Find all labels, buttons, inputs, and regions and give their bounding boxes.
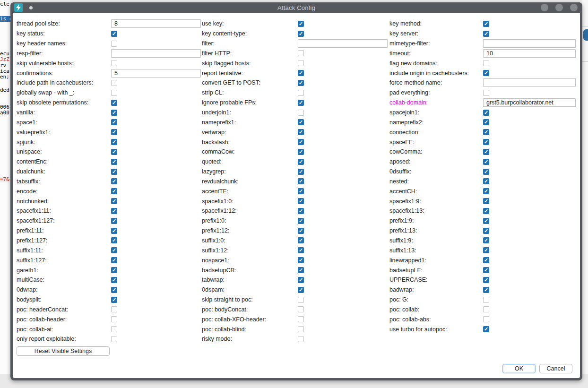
- checkbox-suffix1-12[interactable]: ✓: [298, 247, 304, 253]
- checkbox-prefix1-13[interactable]: ✓: [483, 228, 489, 234]
- checkbox-connection[interactable]: ✓: [483, 129, 489, 135]
- checkbox-badsetuplf[interactable]: ✓: [483, 267, 489, 273]
- checkbox-strip-cl[interactable]: [298, 90, 304, 96]
- checkbox-poc-collab-blind[interactable]: [298, 326, 304, 332]
- checkbox-skip-straight-to-poc[interactable]: [298, 297, 304, 303]
- checkbox-spacefix1-9[interactable]: ✓: [483, 198, 489, 204]
- checkbox-linewrapped1[interactable]: ✓: [483, 257, 489, 263]
- checkbox-contentenc[interactable]: ✓: [111, 159, 117, 165]
- checkbox-prefix1-127[interactable]: ✓: [111, 237, 117, 243]
- checkbox-poc-collab-abs[interactable]: [483, 316, 489, 322]
- minimize-button[interactable]: [541, 4, 548, 11]
- checkbox-tabsuffix[interactable]: ✓: [111, 178, 117, 184]
- checkbox-badsetupcr[interactable]: ✓: [298, 267, 304, 273]
- checkbox-cowcomma[interactable]: ✓: [483, 149, 489, 155]
- checkbox-key-header-names[interactable]: [111, 41, 117, 47]
- checkbox-poc-bodyconcat[interactable]: [298, 306, 304, 312]
- checkbox-uppercase[interactable]: ✓: [483, 277, 489, 283]
- checkbox-use-key[interactable]: ✓: [298, 21, 304, 27]
- checkbox-key-status[interactable]: ✓: [111, 31, 117, 37]
- text-field-filter[interactable]: [298, 39, 388, 48]
- checkbox-spacefix1-127[interactable]: ✓: [111, 218, 117, 224]
- checkbox-valueprefix1[interactable]: ✓: [111, 129, 117, 135]
- ok-button[interactable]: OK: [502, 364, 536, 373]
- checkbox-suffix1-0[interactable]: ✓: [298, 237, 304, 243]
- checkbox-poc-headerconcat[interactable]: [111, 306, 117, 312]
- text-field-force-method-name[interactable]: [483, 78, 576, 87]
- checkbox-filter-http[interactable]: [298, 50, 304, 56]
- checkbox-skip-flagged-hosts[interactable]: [298, 60, 304, 66]
- text-field-confirmations[interactable]: [111, 69, 201, 78]
- checkbox-poc-collab[interactable]: [483, 306, 489, 312]
- checkbox-poc-collab-header[interactable]: [111, 316, 117, 322]
- checkbox-commacow[interactable]: ✓: [298, 149, 304, 155]
- checkbox-unispace[interactable]: ✓: [111, 149, 117, 155]
- checkbox-ignore-probable-fps[interactable]: ✓: [298, 100, 304, 106]
- checkbox-spacefix1-11[interactable]: ✓: [111, 208, 117, 214]
- checkbox-backslash[interactable]: ✓: [298, 139, 304, 145]
- checkbox-suffix1-127[interactable]: ✓: [111, 257, 117, 263]
- checkbox-nested[interactable]: ✓: [483, 178, 489, 184]
- checkbox-prefix1-11[interactable]: ✓: [111, 228, 117, 234]
- checkbox-underjoin1[interactable]: [298, 110, 304, 116]
- checkbox-pad-everything[interactable]: [483, 90, 489, 96]
- checkbox-notchunked[interactable]: ✓: [111, 198, 117, 204]
- checkbox-revdualchunk[interactable]: ✓: [298, 178, 304, 184]
- checkbox-spjunk[interactable]: ✓: [111, 139, 117, 145]
- checkbox-skip-vulnerable-hosts[interactable]: [111, 60, 117, 66]
- checkbox-convert-get-to-post[interactable]: ✓: [298, 80, 304, 86]
- checkbox-tabwrap[interactable]: ✓: [298, 277, 304, 283]
- checkbox-accentte[interactable]: ✓: [298, 188, 304, 194]
- checkbox-key-server[interactable]: ✓: [483, 31, 489, 37]
- checkbox-encode[interactable]: ✓: [111, 188, 117, 194]
- checkbox-spacefix1-12[interactable]: ✓: [298, 208, 304, 214]
- checkbox-gareth1[interactable]: ✓: [111, 267, 117, 273]
- checkbox-poc-g[interactable]: [483, 297, 489, 303]
- checkbox-nameprefix1[interactable]: ✓: [298, 119, 304, 125]
- cancel-button[interactable]: Cancel: [539, 364, 572, 373]
- checkbox-suffix1-13[interactable]: ✓: [483, 247, 489, 253]
- checkbox-spaceff[interactable]: ✓: [483, 139, 489, 145]
- checkbox-suffix1-11[interactable]: ✓: [111, 247, 117, 253]
- checkbox-spacefix1-0[interactable]: ✓: [298, 198, 304, 204]
- checkbox-include-path-in-cachebusters[interactable]: [111, 80, 117, 86]
- checkbox-badwrap[interactable]: ✓: [483, 287, 489, 293]
- checkbox-space1[interactable]: ✓: [111, 119, 117, 125]
- checkbox-use-turbo-for-autopoc[interactable]: ✓: [483, 326, 489, 332]
- checkbox-multicase[interactable]: ✓: [111, 277, 117, 283]
- checkbox-nameprefix2[interactable]: ✓: [483, 119, 489, 125]
- reset-visible-settings-button[interactable]: Reset Visible Settings: [17, 346, 110, 356]
- checkbox-key-content-type[interactable]: ✓: [298, 31, 304, 37]
- checkbox-0dsuffix[interactable]: ✓: [483, 169, 489, 175]
- checkbox-prefix1-9[interactable]: ✓: [483, 218, 489, 224]
- checkbox-accentch[interactable]: ✓: [483, 188, 489, 194]
- checkbox-0dspam[interactable]: ✓: [298, 287, 304, 293]
- text-field-thread-pool-size[interactable]: [111, 19, 201, 28]
- dialog-titlebar[interactable]: Attack Config: [10, 2, 582, 13]
- text-field-collab-domain[interactable]: [483, 98, 576, 107]
- checkbox-poc-collab-xfo-header[interactable]: [298, 316, 304, 322]
- checkbox-quoted[interactable]: ✓: [298, 159, 304, 165]
- maximize-button[interactable]: [555, 4, 563, 11]
- checkbox-risky-mode[interactable]: [298, 336, 304, 342]
- text-field-mimetype-filter[interactable]: [483, 39, 576, 48]
- checkbox-spacefix1-13[interactable]: ✓: [483, 208, 489, 214]
- checkbox-prefix1-12[interactable]: ✓: [298, 228, 304, 234]
- checkbox-skip-obsolete-permutations[interactable]: ✓: [111, 100, 117, 106]
- checkbox-prefix1-0[interactable]: ✓: [298, 218, 304, 224]
- text-field-timeout[interactable]: [483, 49, 576, 58]
- checkbox-include-origin-in-cachebusters[interactable]: ✓: [483, 70, 489, 76]
- close-button[interactable]: [570, 4, 578, 11]
- checkbox-0dwrap[interactable]: ✓: [111, 287, 117, 293]
- checkbox-aposed[interactable]: ✓: [483, 159, 489, 165]
- checkbox-key-method[interactable]: ✓: [483, 21, 489, 27]
- checkbox-vertwrap[interactable]: ✓: [298, 129, 304, 135]
- checkbox-suffix1-9[interactable]: ✓: [483, 237, 489, 243]
- checkbox-lazygrep[interactable]: ✓: [298, 169, 304, 175]
- checkbox-flag-new-domains[interactable]: [483, 60, 489, 66]
- text-field-resp-filter[interactable]: [111, 49, 201, 58]
- checkbox-bodysplit[interactable]: ✓: [111, 297, 117, 303]
- checkbox-spacejoin1[interactable]: ✓: [483, 110, 489, 116]
- checkbox-globally-swap-with[interactable]: [111, 90, 117, 96]
- checkbox-dualchunk[interactable]: ✓: [111, 169, 117, 175]
